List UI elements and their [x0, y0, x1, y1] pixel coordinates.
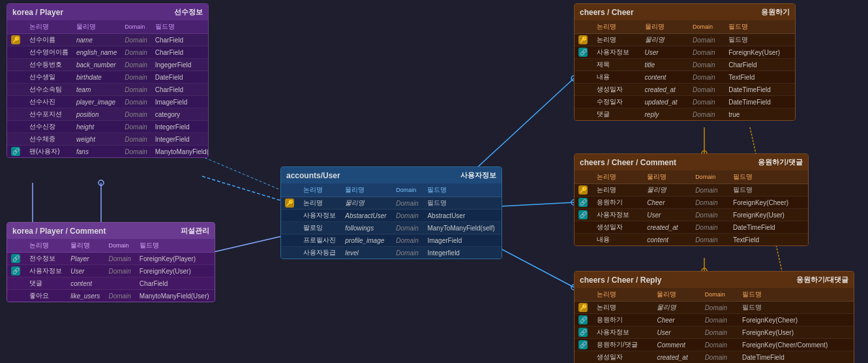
table-row: 🔑 논리명 물리명 Domain 필드명	[575, 184, 808, 197]
cheer-comment-table-label: 응원하기/댓글	[758, 157, 803, 167]
svg-line-0	[202, 176, 287, 202]
c-col-field: 필드명	[725, 20, 795, 34]
table-row: 프로필사진 profile_image Domain ImagerField	[281, 234, 501, 247]
fk-icon: 🔗	[11, 147, 20, 156]
table-row: 🔗 사용자정보 User Domain ForeignKey(User)	[7, 265, 215, 277]
player-table-label: 선수정보	[174, 7, 203, 17]
cr-col-physical: 물리명	[653, 288, 700, 302]
table-row: 🔗 응원하기 Cheer Domain ForeignKey(Cheer)	[575, 314, 854, 326]
player-comment-table-header: korea / Player / Comment 피설관리	[7, 223, 215, 239]
fk-icon: 🔗	[578, 48, 588, 57]
key-icon: 🔑	[578, 303, 588, 312]
c-col-key	[575, 20, 593, 34]
er-diagram-canvas: korea / Player 선수정보 논리명 물리명 Domain 필드명 🔑…	[0, 0, 868, 363]
table-row: 선수생일 birthdate Domain DateField	[7, 71, 209, 84]
table-row: 선수사진 player_image Domain ImageField	[7, 96, 209, 108]
cheer-table-header: cheers / Cheer 응원하기	[575, 4, 795, 20]
user-table-label: 사용자정보	[460, 170, 496, 180]
player-table-id: korea / Player	[12, 8, 63, 17]
player-col-key	[7, 20, 25, 34]
cr-col-domain: Domain	[701, 288, 738, 302]
table-row: 🔗 응원하기 Cheer Domain ForeignKey(Cheer)	[575, 197, 808, 209]
key-icon: 🔑	[578, 185, 588, 195]
table-row: 선수영어이름 english_name Domain CharField	[7, 46, 209, 59]
c-col-physical: 물리명	[641, 20, 689, 34]
cheer-reply-table: cheers / Cheer / Reply 응원하기/대댓글 논리명 물리명 …	[574, 271, 854, 363]
cheer-comment-table: cheers / Cheer / Comment 응원하기/댓글 논리명 물리명…	[574, 153, 809, 246]
table-row: 수정일자 updated_at Domain DateTimeField	[575, 96, 795, 108]
player-table-header: korea / Player 선수정보	[7, 4, 208, 20]
table-row: 제목 title Domain CharField	[575, 59, 795, 71]
table-row: 선수포지션 position Domain category	[7, 108, 209, 121]
table-row: 내용 content Domain TextField	[575, 234, 808, 246]
cr-col-logical: 논리명	[593, 288, 653, 302]
table-row: 🔑 논리명 물리명 Domain 필드명	[575, 302, 854, 314]
u-col-physical: 물리명	[341, 183, 392, 197]
cc-col-physical: 물리명	[643, 170, 691, 184]
table-row: 🔑 논리명 물리명 Domain 필드명	[281, 197, 501, 210]
table-row: 선수등번호 back_number Domain IngegerField	[7, 59, 209, 71]
player-col-physical: 물리명	[72, 20, 121, 34]
pc-col-physical: 물리명	[67, 239, 104, 253]
cc-col-key	[575, 170, 593, 184]
u-col-logical: 논리명	[299, 183, 341, 197]
table-row: 사용자등급 level Domain Integerfield	[281, 247, 501, 259]
cheer-table-label: 응원하기	[761, 7, 790, 17]
table-row: 생성일자 created_at Domain DateTimeField	[575, 84, 795, 96]
cheer-reply-table-header: cheers / Cheer / Reply 응원하기/대댓글	[575, 272, 854, 288]
cc-col-logical: 논리명	[593, 170, 643, 184]
pc-col-logical: 논리명	[25, 239, 67, 253]
table-row: 🔗 응원하기/댓글 Comment Domain ForeignKey(Chee…	[575, 339, 854, 351]
table-row: 내용 content Domain TextField	[575, 71, 795, 84]
cheer-comment-table-id: cheers / Cheer / Comment	[580, 158, 676, 167]
c-col-domain: Domain	[689, 20, 725, 34]
key-icon: 🔑	[11, 35, 20, 44]
u-col-field: 필드명	[423, 183, 501, 197]
player-comment-table-id: korea / Player / Comment	[12, 227, 106, 236]
table-row: 🔗 팬(사용자) fans Domain ManytoManyField(Use…	[7, 146, 209, 158]
table-row: 댓글 reply Domain true	[575, 108, 795, 121]
player-col-logical: 논리명	[25, 20, 72, 34]
fk-icon: 🔗	[578, 210, 588, 219]
fk-icon: 🔗	[578, 315, 588, 324]
table-row: 사용자정보 AbstaractUser Domain AbstractUser	[281, 210, 501, 222]
player-comment-table-label: 피설관리	[181, 226, 209, 236]
svg-line-17	[202, 157, 287, 193]
player-comment-table-grid: 논리명 물리명 Domain 필드명 🔗 전수정보 Player Domain …	[7, 239, 215, 302]
u-col-key	[281, 183, 299, 197]
cheer-reply-table-id: cheers / Cheer / Reply	[580, 276, 661, 285]
pc-col-field: 필드명	[136, 239, 215, 253]
fk-icon: 🔗	[578, 198, 588, 207]
table-row: 생성일자 created_at Domain DateTimeField	[575, 221, 808, 234]
cheer-reply-table-label: 응원하기/대댓글	[796, 275, 848, 285]
key-icon: 🔑	[285, 198, 294, 208]
cheer-table: cheers / Cheer 응원하기 논리명 물리명 Domain 필드명 🔑…	[574, 3, 796, 121]
cheer-reply-table-grid: 논리명 물리명 Domain 필드명 🔑 논리명 물리명 Domain 필드명 …	[575, 288, 854, 363]
table-row: 좋아요 like_users Domain ManytoManyField(Us…	[7, 290, 215, 302]
fk-icon: 🔗	[578, 328, 588, 337]
player-table-grid: 논리명 물리명 Domain 필드명 🔑 선수이름 name Domain Ch…	[7, 20, 209, 157]
svg-point-2	[98, 180, 104, 185]
user-table-id: accounts/User	[286, 171, 340, 180]
table-row: 선수신장 height Domain IntegerField	[7, 121, 209, 133]
table-row: 팔로잉 followings Domain ManyToManyField(se…	[281, 222, 501, 234]
player-col-field: 필드명	[151, 20, 209, 34]
fk-icon: 🔗	[578, 340, 588, 349]
player-table: korea / Player 선수정보 논리명 물리명 Domain 필드명 🔑…	[7, 3, 209, 158]
cheer-table-id: cheers / Cheer	[580, 8, 634, 17]
table-row: 생성일자 created_at Domain DateTimeField	[575, 351, 854, 364]
key-icon: 🔑	[578, 35, 588, 44]
pc-col-domain: Domain	[104, 239, 135, 253]
cheer-comment-table-grid: 논리명 물리명 Domain 필드명 🔑 논리명 물리명 Domain 필드명 …	[575, 170, 808, 245]
table-row: 선수소속팀 team Domain CharField	[7, 84, 209, 96]
cc-col-field: 필드명	[729, 170, 808, 184]
table-row: 🔑 선수이름 name Domain CharField	[7, 34, 209, 46]
cheer-table-grid: 논리명 물리명 Domain 필드명 🔑 논리명 물리명 Domain 필드명 …	[575, 20, 795, 120]
player-comment-table: korea / Player / Comment 피설관리 논리명 물리명 Do…	[7, 222, 215, 302]
cr-col-key	[575, 288, 593, 302]
table-row: 🔑 논리명 물리명 Domain 필드명	[575, 34, 795, 46]
cheer-comment-table-header: cheers / Cheer / Comment 응원하기/댓글	[575, 154, 808, 170]
pc-col-key	[7, 239, 25, 253]
player-col-domain: Domain	[121, 20, 151, 34]
table-row: 🔗 사용자정보 User Domain ForeignKey(User)	[575, 46, 795, 59]
